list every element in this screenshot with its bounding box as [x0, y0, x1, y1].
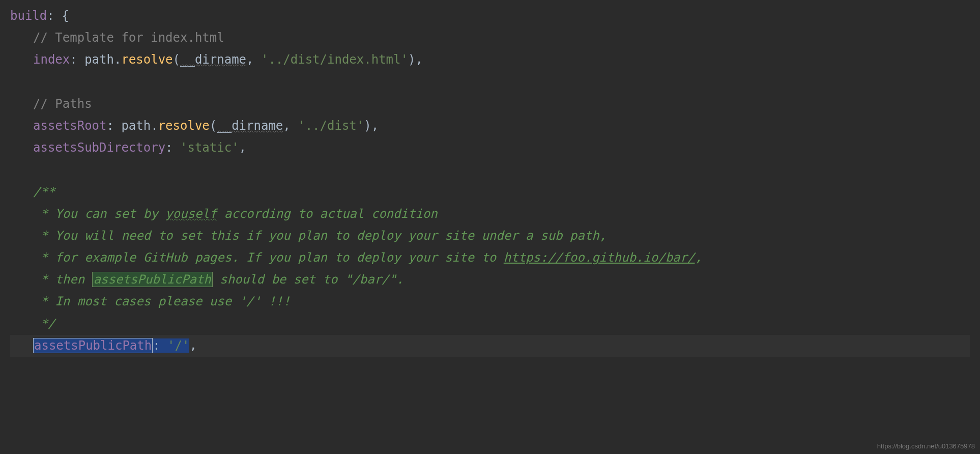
property-name: index: [33, 52, 70, 67]
highlighted-term: assetsPublicPath: [92, 272, 213, 287]
punctuation: :: [165, 140, 180, 155]
property-name: build: [10, 9, 47, 23]
blank-line: [10, 71, 970, 93]
paren-open: (: [210, 119, 217, 133]
code-line: build: {: [10, 5, 970, 27]
block-comment: * then: [33, 272, 92, 287]
comma: ,: [239, 140, 246, 155]
url-link[interactable]: https://foo.github.io/bar/: [504, 250, 695, 265]
object-name: path: [84, 52, 114, 67]
object-name: path: [121, 119, 151, 133]
string-literal: 'static': [180, 140, 239, 155]
block-comment: according to actual condition: [217, 207, 437, 221]
block-comment: * You can set by: [33, 207, 165, 221]
block-comment: * You will need to set this if you plan …: [33, 229, 607, 243]
code-line: * You can set by youself according to ac…: [10, 203, 970, 225]
code-line-selected: assetsPublicPath: '/',: [10, 335, 970, 357]
comma: ,: [246, 52, 261, 67]
paren-open: (: [173, 52, 180, 67]
spell-warning: youself: [165, 207, 217, 221]
blank-line: [10, 159, 970, 181]
punctuation: : {: [47, 9, 69, 23]
block-comment: ,: [695, 250, 702, 265]
property-name: assetsRoot: [33, 119, 107, 133]
param-dirname: __dirname: [180, 52, 246, 67]
string-literal: '../dist/index.html': [261, 52, 408, 67]
paren-close: ),: [408, 52, 423, 67]
code-line: * In most cases please use '/' !!!: [10, 291, 970, 313]
function-name: resolve: [158, 119, 210, 133]
code-line: assetsSubDirectory: 'static',: [10, 137, 970, 159]
block-comment: should be set to "/bar/".: [213, 272, 404, 287]
punctuation: :: [107, 119, 122, 133]
param-dirname: __dirname: [217, 119, 283, 133]
line-comment: // Template for index.html: [33, 31, 224, 45]
code-line: * for example GitHub pages. If you plan …: [10, 247, 970, 269]
code-line: assetsRoot: path.resolve(__dirname, '../…: [10, 115, 970, 137]
dot: .: [151, 119, 158, 133]
block-comment: /**: [33, 185, 55, 199]
string-literal: '/': [167, 338, 189, 353]
block-comment: * In most cases please use '/' !!!: [33, 294, 291, 308]
punctuation: :: [70, 52, 84, 67]
code-line: // Template for index.html: [10, 27, 970, 49]
property-name: assetsSubDirectory: [33, 140, 165, 155]
code-line: /**: [10, 181, 970, 203]
code-line: index: path.resolve(__dirname, '../dist/…: [10, 49, 970, 71]
block-comment: */: [33, 317, 55, 331]
paren-close: ),: [364, 119, 379, 133]
block-comment: * for example GitHub pages. If you plan …: [33, 250, 504, 265]
code-line: * then assetsPublicPath should be set to…: [10, 269, 970, 291]
property-selected: assetsPublicPath: [33, 338, 153, 353]
string-literal: '../dist': [298, 119, 364, 133]
code-line: * You will need to set this if you plan …: [10, 225, 970, 247]
comma: ,: [189, 338, 196, 353]
code-line: */: [10, 313, 970, 335]
code-line: // Paths: [10, 93, 970, 115]
code-editor[interactable]: build: { // Template for index.html inde…: [10, 5, 970, 357]
line-comment: // Paths: [33, 97, 92, 111]
comma: ,: [283, 119, 298, 133]
function-name: resolve: [121, 52, 172, 67]
dot: .: [114, 52, 121, 67]
punctuation: :: [153, 338, 167, 353]
